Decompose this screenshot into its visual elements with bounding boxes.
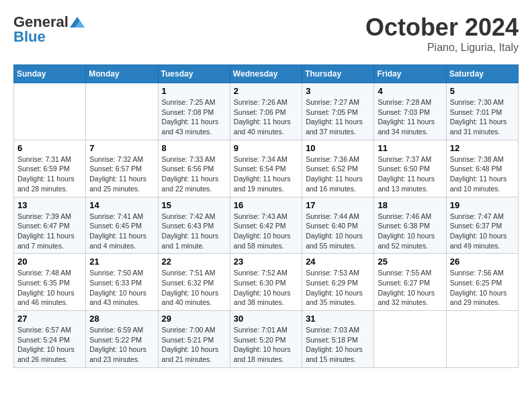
day-number: 24 xyxy=(306,257,370,267)
logo-icon xyxy=(70,15,85,30)
week-row-3: 13Sunrise: 7:39 AM Sunset: 6:47 PM Dayli… xyxy=(14,197,519,254)
day-number: 23 xyxy=(234,257,298,267)
day-number: 29 xyxy=(162,314,226,324)
logo: General Blue xyxy=(13,13,85,46)
day-number: 27 xyxy=(17,314,82,324)
day-number: 20 xyxy=(17,257,82,267)
day-header-friday: Friday xyxy=(374,65,446,83)
month-title: October 2024 xyxy=(365,13,519,42)
calendar-cell: 24Sunrise: 7:53 AM Sunset: 6:29 PM Dayli… xyxy=(302,254,374,311)
day-info: Sunrise: 7:03 AM Sunset: 5:18 PM Dayligh… xyxy=(306,325,370,365)
day-number: 31 xyxy=(306,314,370,324)
location-subtitle: Piano, Liguria, Italy xyxy=(365,42,519,54)
day-number: 25 xyxy=(378,257,442,267)
day-number: 8 xyxy=(162,143,226,153)
day-info: Sunrise: 6:59 AM Sunset: 5:22 PM Dayligh… xyxy=(89,325,154,365)
calendar-cell xyxy=(374,311,446,368)
day-number: 4 xyxy=(378,86,442,96)
day-info: Sunrise: 7:53 AM Sunset: 6:29 PM Dayligh… xyxy=(306,268,370,308)
week-row-2: 6Sunrise: 7:31 AM Sunset: 6:59 PM Daylig… xyxy=(14,140,519,197)
day-number: 6 xyxy=(17,143,82,153)
day-info: Sunrise: 7:31 AM Sunset: 6:59 PM Dayligh… xyxy=(17,154,82,194)
day-number: 3 xyxy=(306,86,370,96)
calendar-cell xyxy=(86,83,158,140)
day-info: Sunrise: 7:38 AM Sunset: 6:48 PM Dayligh… xyxy=(450,154,515,194)
calendar-cell: 10Sunrise: 7:36 AM Sunset: 6:52 PM Dayli… xyxy=(302,140,374,197)
day-number: 26 xyxy=(450,257,515,267)
calendar-cell: 27Sunrise: 6:57 AM Sunset: 5:24 PM Dayli… xyxy=(14,311,86,368)
day-number: 1 xyxy=(162,86,226,96)
day-number: 7 xyxy=(89,143,154,153)
day-info: Sunrise: 7:27 AM Sunset: 7:05 PM Dayligh… xyxy=(306,97,370,137)
day-info: Sunrise: 6:57 AM Sunset: 5:24 PM Dayligh… xyxy=(17,325,82,365)
week-row-1: 1Sunrise: 7:25 AM Sunset: 7:08 PM Daylig… xyxy=(14,83,519,140)
day-info: Sunrise: 7:51 AM Sunset: 6:32 PM Dayligh… xyxy=(162,268,226,308)
calendar-cell: 11Sunrise: 7:37 AM Sunset: 6:50 PM Dayli… xyxy=(374,140,446,197)
day-info: Sunrise: 7:36 AM Sunset: 6:52 PM Dayligh… xyxy=(306,154,370,194)
calendar-cell: 19Sunrise: 7:47 AM Sunset: 6:37 PM Dayli… xyxy=(446,197,518,254)
calendar-cell: 8Sunrise: 7:33 AM Sunset: 6:56 PM Daylig… xyxy=(158,140,230,197)
day-number: 9 xyxy=(234,143,298,153)
day-header-thursday: Thursday xyxy=(302,65,374,83)
calendar-table: SundayMondayTuesdayWednesdayThursdayFrid… xyxy=(13,64,519,368)
day-number: 14 xyxy=(89,200,154,210)
calendar-cell: 6Sunrise: 7:31 AM Sunset: 6:59 PM Daylig… xyxy=(14,140,86,197)
calendar-cell: 20Sunrise: 7:48 AM Sunset: 6:35 PM Dayli… xyxy=(14,254,86,311)
day-number: 11 xyxy=(378,143,442,153)
day-info: Sunrise: 7:39 AM Sunset: 6:47 PM Dayligh… xyxy=(17,212,82,251)
day-number: 28 xyxy=(89,314,154,324)
calendar-cell: 5Sunrise: 7:30 AM Sunset: 7:01 PM Daylig… xyxy=(446,83,518,140)
title-block: October 2024 Piano, Liguria, Italy xyxy=(365,13,519,54)
calendar-cell xyxy=(446,311,518,368)
calendar-cell: 23Sunrise: 7:52 AM Sunset: 6:30 PM Dayli… xyxy=(230,254,302,311)
day-number: 12 xyxy=(450,143,515,153)
day-info: Sunrise: 7:55 AM Sunset: 6:27 PM Dayligh… xyxy=(378,268,442,308)
day-number: 22 xyxy=(162,257,226,267)
day-info: Sunrise: 7:26 AM Sunset: 7:06 PM Dayligh… xyxy=(234,97,298,137)
calendar-cell: 17Sunrise: 7:44 AM Sunset: 6:40 PM Dayli… xyxy=(302,197,374,254)
day-number: 18 xyxy=(378,200,442,210)
day-info: Sunrise: 7:34 AM Sunset: 6:54 PM Dayligh… xyxy=(234,154,298,194)
day-info: Sunrise: 7:25 AM Sunset: 7:08 PM Dayligh… xyxy=(162,97,226,137)
week-row-4: 20Sunrise: 7:48 AM Sunset: 6:35 PM Dayli… xyxy=(14,254,519,311)
header-row: SundayMondayTuesdayWednesdayThursdayFrid… xyxy=(14,65,519,83)
week-row-5: 27Sunrise: 6:57 AM Sunset: 5:24 PM Dayli… xyxy=(14,311,519,368)
day-number: 2 xyxy=(234,86,298,96)
day-number: 16 xyxy=(234,200,298,210)
day-info: Sunrise: 7:41 AM Sunset: 6:45 PM Dayligh… xyxy=(89,212,154,251)
day-info: Sunrise: 7:42 AM Sunset: 6:43 PM Dayligh… xyxy=(162,212,226,251)
day-header-saturday: Saturday xyxy=(446,65,518,83)
calendar-cell: 15Sunrise: 7:42 AM Sunset: 6:43 PM Dayli… xyxy=(158,197,230,254)
day-number: 17 xyxy=(306,200,370,210)
calendar-cell: 16Sunrise: 7:43 AM Sunset: 6:42 PM Dayli… xyxy=(230,197,302,254)
calendar-cell: 30Sunrise: 7:01 AM Sunset: 5:20 PM Dayli… xyxy=(230,311,302,368)
day-number: 5 xyxy=(450,86,515,96)
calendar-cell: 13Sunrise: 7:39 AM Sunset: 6:47 PM Dayli… xyxy=(14,197,86,254)
day-info: Sunrise: 7:37 AM Sunset: 6:50 PM Dayligh… xyxy=(378,154,442,194)
day-number: 19 xyxy=(450,200,515,210)
calendar-cell: 7Sunrise: 7:32 AM Sunset: 6:57 PM Daylig… xyxy=(86,140,158,197)
day-header-wednesday: Wednesday xyxy=(230,65,302,83)
day-number: 13 xyxy=(17,200,82,210)
logo-blue-text: Blue xyxy=(13,28,46,46)
calendar-cell: 1Sunrise: 7:25 AM Sunset: 7:08 PM Daylig… xyxy=(158,83,230,140)
calendar-cell: 22Sunrise: 7:51 AM Sunset: 6:32 PM Dayli… xyxy=(158,254,230,311)
calendar-cell xyxy=(14,83,86,140)
calendar-cell: 29Sunrise: 7:00 AM Sunset: 5:21 PM Dayli… xyxy=(158,311,230,368)
calendar-cell: 21Sunrise: 7:50 AM Sunset: 6:33 PM Dayli… xyxy=(86,254,158,311)
day-info: Sunrise: 7:52 AM Sunset: 6:30 PM Dayligh… xyxy=(234,268,298,308)
day-info: Sunrise: 7:28 AM Sunset: 7:03 PM Dayligh… xyxy=(378,97,442,137)
day-header-tuesday: Tuesday xyxy=(158,65,230,83)
day-number: 15 xyxy=(162,200,226,210)
calendar-cell: 14Sunrise: 7:41 AM Sunset: 6:45 PM Dayli… xyxy=(86,197,158,254)
day-header-sunday: Sunday xyxy=(14,65,86,83)
calendar-cell: 25Sunrise: 7:55 AM Sunset: 6:27 PM Dayli… xyxy=(374,254,446,311)
day-info: Sunrise: 7:48 AM Sunset: 6:35 PM Dayligh… xyxy=(17,268,82,308)
day-info: Sunrise: 7:46 AM Sunset: 6:38 PM Dayligh… xyxy=(378,212,442,251)
day-number: 30 xyxy=(234,314,298,324)
calendar-cell: 2Sunrise: 7:26 AM Sunset: 7:06 PM Daylig… xyxy=(230,83,302,140)
day-header-monday: Monday xyxy=(86,65,158,83)
day-number: 21 xyxy=(89,257,154,267)
calendar-cell: 4Sunrise: 7:28 AM Sunset: 7:03 PM Daylig… xyxy=(374,83,446,140)
day-info: Sunrise: 7:00 AM Sunset: 5:21 PM Dayligh… xyxy=(162,325,226,365)
